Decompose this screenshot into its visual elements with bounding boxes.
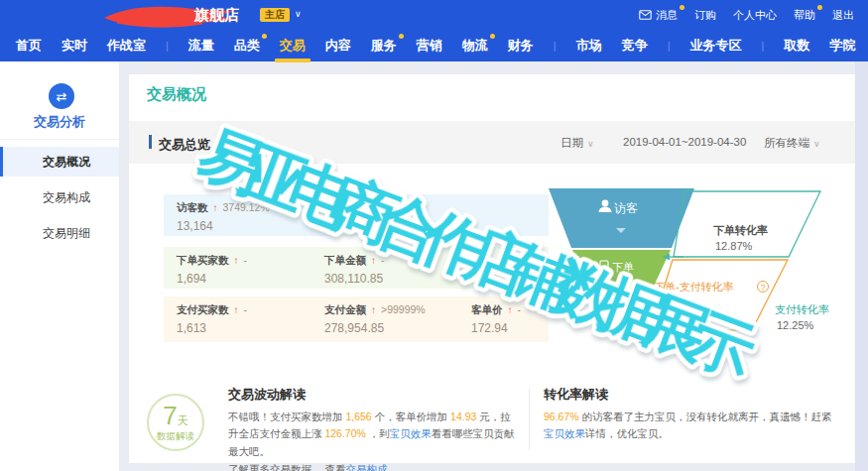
- stat-label: 支付金额: [324, 303, 366, 317]
- funnel-label-visitor: 访客: [614, 201, 638, 215]
- notification-dot: [399, 34, 404, 39]
- chevron-down-icon[interactable]: ∨: [295, 9, 302, 19]
- text: 个，客单价增加: [372, 411, 450, 422]
- stat-delta: >99999%: [381, 303, 426, 315]
- nav-item[interactable]: 品类: [234, 37, 260, 55]
- text: 不错哦！支付买家数增加: [228, 411, 345, 422]
- topbar-link[interactable]: 消息: [639, 8, 678, 23]
- nav-item[interactable]: 流量: [188, 37, 214, 55]
- section-title: 交易总览: [159, 136, 210, 154]
- nav-item[interactable]: 内容: [325, 37, 351, 55]
- notification-dot: [490, 34, 495, 39]
- nav-item[interactable]: 市场: [576, 37, 602, 55]
- insight-title: 交易波动解读: [228, 386, 518, 404]
- nav-item[interactable]: 首页: [16, 37, 42, 55]
- insight-paragraph: 不错哦！支付买家数增加 1,656 个，客单价增加 14.93 元，拉升全店支付…: [228, 409, 518, 460]
- nav-item[interactable]: 物流: [462, 37, 488, 55]
- topbar-link-label: 帮助: [794, 8, 815, 23]
- sidebar-item[interactable]: 交易明细: [0, 218, 119, 248]
- insight-paragraph: 96.67% 的访客看了主力宝贝，没有转化就离开，真遗憾！赶紧宝贝效果详情，优化…: [544, 409, 841, 443]
- highlight-number: 96.67%: [544, 411, 579, 422]
- up-arrow-icon: ↑: [213, 202, 218, 213]
- text: 的访客看了主力宝贝，没有转化就离开，真遗憾！赶紧: [579, 411, 832, 422]
- pay-rate-label: 支付转化率: [775, 303, 829, 315]
- shop-badge: 主店: [260, 8, 290, 22]
- sidebar-title: 交易分析: [0, 113, 119, 131]
- nav-item[interactable]: 学院: [829, 37, 855, 55]
- nav-item[interactable]: 实时: [62, 37, 87, 55]
- stat-label: 下单买家数: [177, 254, 229, 268]
- insight-title: 转化率解读: [544, 386, 841, 404]
- pay-rate-value: 12.25%: [777, 319, 814, 331]
- inline-link[interactable]: 交易构成: [345, 463, 387, 471]
- date-filter[interactable]: 日期 ∨: [560, 136, 594, 151]
- nav-separator: |: [762, 40, 765, 52]
- topbar-links: 消息订购个人中心帮助退出: [639, 0, 854, 30]
- nav-item[interactable]: 业务专区: [690, 37, 742, 55]
- nav-separator: |: [668, 40, 671, 52]
- stat-delta: -: [244, 254, 248, 266]
- stat-label: 支付买家数: [177, 303, 229, 317]
- inline-link[interactable]: 宝贝效果: [544, 427, 585, 439]
- stat-delta: -: [518, 303, 522, 315]
- topbar-link[interactable]: 个人中心: [733, 8, 777, 23]
- text: 详情，优化宝贝。: [585, 427, 669, 439]
- days-unit: 天: [178, 415, 188, 426]
- mail-icon: [639, 10, 652, 20]
- sidebar-divider: [0, 139, 119, 140]
- exchange-circle-icon: ⇄: [49, 83, 74, 109]
- seven-day-badge: 7天 数据解读: [147, 394, 204, 451]
- stat-delta: 3749.12%: [223, 201, 270, 213]
- nav-item[interactable]: 交易: [280, 37, 306, 55]
- topbar-link[interactable]: 订购: [694, 8, 716, 23]
- nav-item[interactable]: 财务: [508, 37, 534, 55]
- stat-value: 278,954.85: [324, 321, 426, 335]
- highlight-number: 126.70%: [324, 427, 365, 439]
- scrollbar[interactable]: [855, 61, 868, 471]
- stat-value: 1,613: [177, 321, 247, 335]
- funnel-stage-visitor[interactable]: [549, 188, 694, 248]
- notification-dot: [262, 34, 267, 39]
- up-arrow-icon: ↑: [371, 304, 376, 315]
- nav-item[interactable]: 作战室: [107, 37, 146, 55]
- stat-label: 客单价: [471, 303, 503, 317]
- nav-item[interactable]: 取数: [784, 37, 809, 55]
- stat-price-per-customer[interactable]: 客单价↑- 172.94: [471, 303, 521, 335]
- topbar-link-label: 订购: [694, 8, 716, 23]
- stat-value: 13,164: [177, 219, 270, 233]
- topbar-link[interactable]: 退出: [832, 8, 854, 23]
- funnel-chart: 访客 下单 支付 下单转化率 12.87% 下单-支付转化率 ? 支付转化率 1…: [549, 181, 858, 346]
- topbar-link[interactable]: 帮助: [794, 8, 815, 23]
- stat-delta: -: [244, 303, 248, 315]
- stat-pay-amount[interactable]: 支付金额↑>99999% 278,954.85: [324, 303, 426, 335]
- stat-order-buyers[interactable]: 下单买家数↑- 1,694: [177, 254, 247, 286]
- stat-order-amount[interactable]: 下单金额↑- 308,110.85: [324, 254, 385, 286]
- terminal-filter[interactable]: 所有终端 ∨: [764, 136, 820, 151]
- nav-separator: |: [166, 40, 169, 52]
- sidebar-item[interactable]: 交易构成: [0, 182, 119, 212]
- stat-label: 访客数: [177, 201, 208, 215]
- stat-value: 1,694: [177, 272, 247, 286]
- days-caption: 数据解读: [157, 430, 194, 443]
- sidebar-menu: 交易概况交易构成交易明细: [0, 147, 119, 254]
- highlight-number: 1,656: [345, 411, 371, 422]
- stat-pay-buyers[interactable]: 支付买家数↑- 1,613: [177, 303, 247, 335]
- topbar-link-label: 消息: [656, 8, 678, 23]
- date-range[interactable]: 2019-04-01~2019-04-30: [623, 136, 746, 148]
- topbar-link-label: 个人中心: [733, 8, 777, 23]
- chevron-down-icon: ∨: [813, 139, 820, 149]
- shop-name[interactable]: 旗舰店: [194, 6, 239, 25]
- terminal-filter-label: 所有终端: [764, 136, 809, 151]
- pay-rate-outline: [651, 260, 788, 330]
- stat-label: 下单金额: [324, 254, 366, 268]
- notification-dot: [680, 5, 684, 10]
- stat-visitors[interactable]: 访客数↑3749.12% 13,164: [177, 201, 270, 233]
- nav-item[interactable]: 服务: [371, 37, 397, 55]
- insight-conversion: 转化率解读 96.67% 的访客看了主力宝贝，没有转化就离开，真遗憾！赶紧宝贝效…: [544, 386, 841, 443]
- sidebar-item[interactable]: 交易概况: [0, 147, 119, 177]
- inline-link[interactable]: 宝贝效果: [390, 427, 432, 439]
- nav-item[interactable]: 营销: [417, 37, 442, 55]
- date-filter-label: 日期: [560, 136, 583, 151]
- nav-item[interactable]: 竞争: [622, 37, 648, 55]
- insight-transaction: 交易波动解读 不错哦！支付买家数增加 1,656 个，客单价增加 14.93 元…: [228, 386, 518, 471]
